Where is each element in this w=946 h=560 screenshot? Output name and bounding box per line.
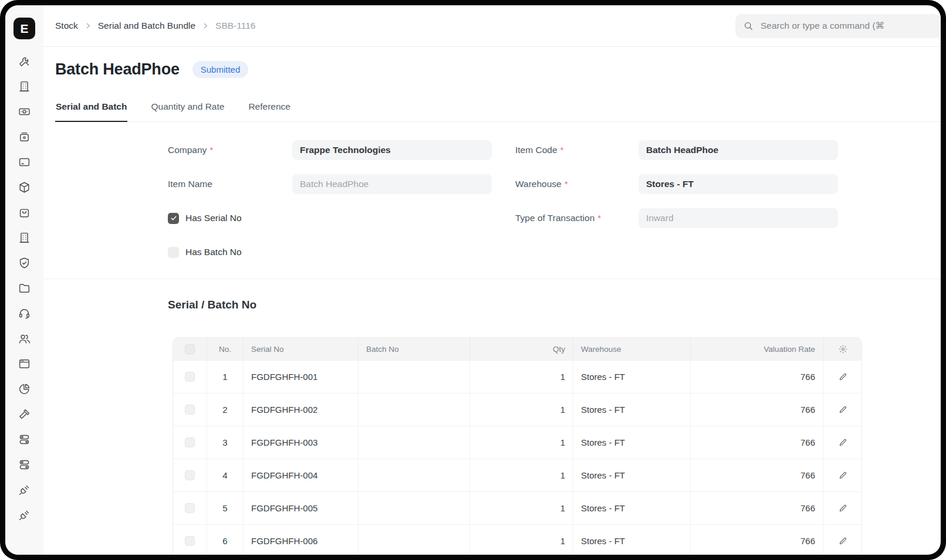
users-icon[interactable] [16,331,33,346]
breadcrumb-stock[interactable]: Stock [55,21,78,31]
cash-register-icon[interactable] [16,129,33,144]
page-content: Batch HeadPhoe Submitted Serial and Batc… [43,47,941,555]
required-marker: * [597,213,601,223]
tab-quantity-and-rate[interactable]: Quantity and Rate [150,94,225,122]
table-settings-gear-icon[interactable] [838,344,848,354]
pencil-icon [838,503,848,513]
serial-no-cell: FGDFGHFH-005 [244,492,359,524]
chevron-right-icon [84,22,92,30]
valuation-rate-cell: 766 [691,525,823,555]
batch-no-cell [359,426,470,459]
chevron-right-icon [201,22,210,30]
qty-cell: 1 [470,361,573,393]
row-checkbox[interactable] [185,372,195,382]
batch-no-cell [359,393,470,426]
row-index: 5 [207,492,244,524]
warehouse-cell: Stores - FT [573,393,691,426]
item-code-input[interactable] [638,140,838,160]
tab-bar: Serial and Batch Quantity and Rate Refer… [55,94,941,122]
pencil-icon [838,372,848,382]
warehouse-cell: Stores - FT [573,426,691,459]
toggles2-icon[interactable] [16,457,33,472]
checkbox-box [168,213,179,224]
app-window: E Stock Serial and Batch Bundle SBB-1116 [5,5,941,555]
main-area: Stock Serial and Batch Bundle SBB-1116 B… [43,5,941,555]
valuation-rate-cell: 766 [691,361,823,393]
tools-icon[interactable] [16,53,33,69]
qty-cell: 1 [470,492,573,524]
checkbox-label: Has Serial No [185,213,242,223]
card-icon[interactable] [16,154,33,169]
required-marker: * [210,145,213,155]
browser-window-icon[interactable] [16,356,33,371]
table-row: 2 FGDFGHFH-002 1 Stores - FT 766 [173,393,861,426]
edit-row-button[interactable] [838,405,848,415]
breadcrumb-serial-and-batch-bundle[interactable]: Serial and Batch Bundle [98,21,195,31]
has-batch-no-checkbox[interactable]: Has Batch No [168,247,492,258]
batch-no-cell [359,525,470,555]
row-checkbox[interactable] [185,437,195,447]
table-row: 3 FGDFGHFH-003 1 Stores - FT 766 [173,426,861,459]
qty-cell: 1 [470,393,573,426]
batch-no-cell [359,492,470,524]
warehouse-input[interactable] [638,174,838,194]
shopping-bag-icon[interactable] [16,205,33,220]
pencil-icon [838,536,848,546]
column-header-warehouse: Warehouse [573,338,691,360]
edit-row-button[interactable] [838,372,848,382]
plug-icon[interactable] [16,482,33,497]
plug2-icon[interactable] [16,507,33,522]
edit-row-button[interactable] [838,536,848,546]
serial-no-cell: FGDFGHFH-006 [244,525,359,555]
checkbox-box [168,247,179,258]
banknote-icon[interactable] [16,104,33,119]
title-row: Batch HeadPhoe Submitted [55,60,941,79]
column-header-no: No. [207,338,244,360]
warehouse-cell: Stores - FT [573,492,691,524]
tab-reference[interactable]: Reference [248,94,291,122]
breadcrumb-current: SBB-1116 [215,21,255,31]
erpnext-logo[interactable]: E [13,18,35,39]
select-all-checkbox[interactable] [185,344,195,354]
type-of-transaction-label: Type of Transaction* [515,213,638,223]
row-index: 2 [207,393,244,426]
batch-no-cell [359,361,470,393]
serial-batch-section-title: Serial / Batch No [168,298,941,311]
company-input[interactable] [292,140,492,160]
sidebar-icon-nav [16,53,33,522]
item-code-label: Item Code* [515,145,638,155]
row-checkbox[interactable] [185,405,195,415]
pie-chart-icon[interactable] [16,381,33,396]
has-serial-no-checkbox[interactable]: Has Serial No [168,213,492,224]
app-sidebar: E [5,5,43,555]
table-row: 6 FGDFGHFH-006 1 Stores - FT 766 [173,524,861,555]
folder-icon[interactable] [16,280,33,296]
checkbox-label: Has Batch No [185,247,242,257]
search-bar[interactable] [735,14,941,38]
package-icon[interactable] [16,179,33,195]
valuation-rate-cell: 766 [691,426,823,459]
hammer-icon[interactable] [16,406,33,422]
required-marker: * [565,179,568,189]
batch-no-cell [359,459,470,491]
tab-serial-and-batch[interactable]: Serial and Batch [55,94,127,122]
edit-row-button[interactable] [838,470,848,480]
edit-row-button[interactable] [838,437,848,447]
toggles-icon[interactable] [16,432,33,447]
item-name-label: Item Name [168,179,292,189]
edit-row-button[interactable] [838,503,848,513]
building-icon[interactable] [16,79,33,94]
headset-icon[interactable] [16,306,33,321]
office-icon[interactable] [16,230,33,245]
column-header-serial-no: Serial No [244,338,359,360]
company-label: Company* [168,145,292,155]
row-checkbox[interactable] [185,536,195,546]
row-checkbox[interactable] [185,503,195,513]
column-header-batch-no: Batch No [359,338,470,360]
serial-no-cell: FGDFGHFH-003 [244,426,359,459]
item-name-input [292,174,492,194]
search-input[interactable] [759,20,933,32]
row-index: 3 [207,426,244,459]
shield-check-icon[interactable] [16,255,33,270]
row-checkbox[interactable] [185,470,195,480]
